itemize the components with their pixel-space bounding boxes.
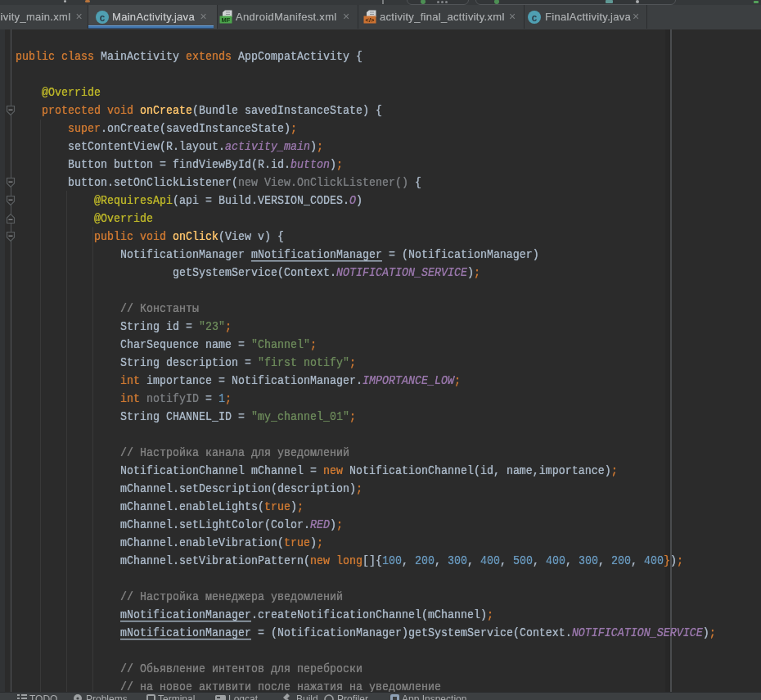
- svg-text:MF: MF: [222, 16, 231, 24]
- svg-text:C: C: [100, 14, 106, 24]
- svg-text:C: C: [532, 14, 538, 24]
- svg-text:</>: </>: [366, 16, 375, 24]
